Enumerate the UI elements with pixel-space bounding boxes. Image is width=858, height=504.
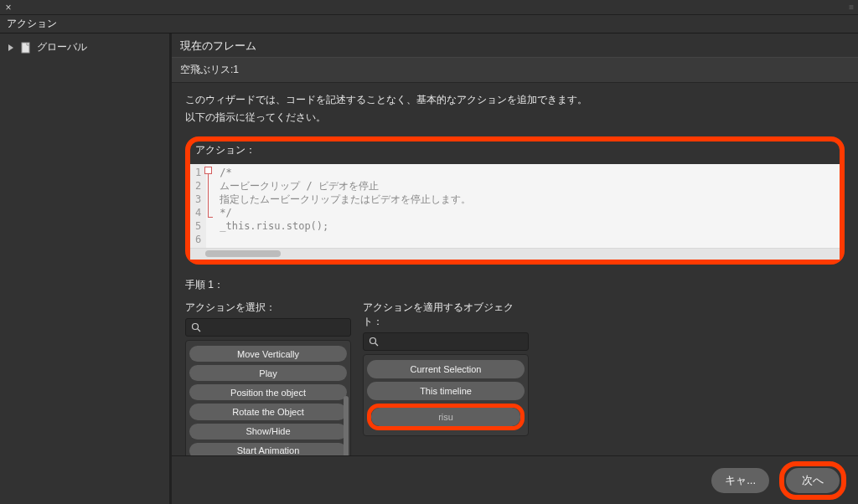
code-gutter: 123456 (190, 164, 206, 248)
code-scrollbar[interactable] (190, 248, 840, 260)
target-item-this-timeline[interactable]: This timeline (367, 382, 525, 400)
action-list: Move Vertically Play Position the object… (185, 340, 351, 455)
sidebar: グローバル (0, 33, 172, 504)
action-item-play[interactable]: Play (189, 365, 347, 381)
svg-point-2 (193, 324, 199, 330)
chevron-right-icon (7, 44, 15, 51)
step-label: 手順 1： (185, 278, 845, 292)
action-item-start-animation[interactable]: Start Animation (189, 443, 347, 455)
action-search-input[interactable] (204, 321, 345, 333)
action-item-rotate-object[interactable]: Rotate the Object (189, 404, 347, 419)
frame-header: 現在のフレーム (172, 33, 858, 58)
panel-title: アクション (0, 15, 858, 33)
frame-subheader[interactable]: 空飛ぶリス:1 (172, 58, 858, 83)
action-search[interactable] (185, 318, 351, 337)
target-search[interactable] (363, 332, 529, 351)
svg-line-5 (375, 343, 378, 346)
cancel-button[interactable]: キャ... (711, 468, 769, 493)
target-item-risu-highlight: risu (367, 404, 525, 430)
svg-line-3 (198, 329, 200, 332)
action-item-move-vertically[interactable]: Move Vertically (189, 346, 347, 362)
wizard-intro-1: このウィザードでは、コードを記述することなく、基本的なアクションを追加できます。 (185, 93, 845, 107)
code-preview-highlight: アクション： 123456 /* ムービークリップ / ビデオを停止 指定したム… (185, 136, 845, 265)
action-code-label: アクション： (190, 141, 840, 161)
search-icon (191, 322, 201, 332)
action-list-scrollbar[interactable] (344, 346, 349, 455)
sidebar-item-global[interactable]: グローバル (0, 39, 169, 56)
panel-grip-icon: ≡ (849, 3, 855, 12)
target-item-current-selection[interactable]: Current Selection (367, 360, 525, 378)
wizard-intro-2: 以下の指示に従ってください。 (185, 111, 845, 125)
sidebar-item-label: グローバル (37, 40, 87, 54)
target-item-risu[interactable]: risu (371, 408, 520, 426)
action-item-show-hide[interactable]: Show/Hide (189, 424, 347, 440)
wizard-footer: キャ... 次へ (172, 455, 858, 504)
svg-rect-1 (22, 43, 29, 53)
next-button[interactable]: 次へ (786, 468, 840, 493)
target-list: Current Selection This timeline risu (363, 354, 529, 436)
target-list-label: アクションを適用するオブジェクト： (363, 301, 529, 329)
code-editor[interactable]: 123456 /* ムービークリップ / ビデオを停止 指定したムービークリップ… (190, 164, 840, 248)
close-icon[interactable]: × (3, 3, 13, 13)
action-list-label: アクションを選択： (185, 301, 351, 315)
target-search-input[interactable] (382, 336, 523, 347)
svg-point-4 (370, 338, 376, 344)
action-item-position-object[interactable]: Position the object (189, 384, 347, 400)
search-icon (369, 337, 379, 347)
svg-marker-0 (8, 44, 13, 51)
document-icon (20, 42, 32, 54)
code-lines: /* ムービークリップ / ビデオを停止 指定したムービークリップまたはビデオを… (206, 164, 840, 248)
next-button-highlight: 次へ (779, 461, 846, 500)
